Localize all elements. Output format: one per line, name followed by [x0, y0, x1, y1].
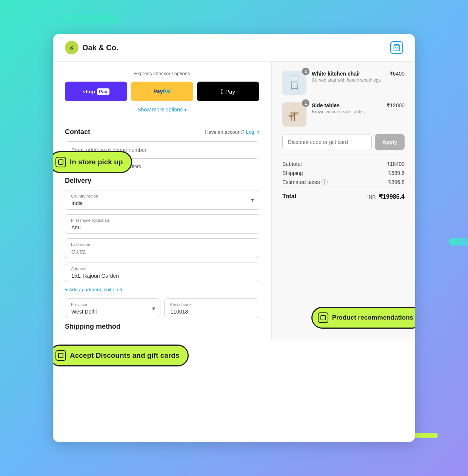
shipping-label: Shipping [282, 170, 303, 176]
svg-rect-2 [321, 315, 325, 320]
accept-discounts-label: Accept Discounts and gift cards [70, 351, 179, 360]
express-checkout-buttons: shop Pay PayPal  Pay [65, 82, 259, 101]
shop-pay-button[interactable]: shop Pay [65, 82, 127, 101]
item-1-name: White kitchen chair [312, 71, 384, 77]
in-store-pickup-label: In store pick up [70, 158, 123, 166]
postal-code-field: Postal code [164, 298, 260, 318]
product-recommendations-badge[interactable]: Product recommendations [311, 307, 415, 329]
total-line: Total INR ₹19986.4 [282, 193, 405, 200]
province-postal-row: Province West Delhi ▾ Postal code [65, 298, 259, 318]
total-value: ₹19986.4 [379, 193, 405, 200]
delivery-title: Delivery [65, 177, 259, 185]
have-account-text: Have an account? Log in [205, 129, 259, 135]
logo-area: & Oak & Co. [65, 41, 119, 54]
province-select[interactable]: West Delhi [65, 298, 160, 318]
accept-discounts-icon [55, 350, 66, 361]
in-store-pickup-badge[interactable]: In store pick up [53, 151, 132, 173]
show-more-options-button[interactable]: Show more options ▾ [65, 107, 259, 113]
apple-pay-button[interactable]:  Pay [197, 82, 259, 101]
province-label: Province [71, 302, 87, 307]
product-rec-label: Product recommendations [332, 314, 413, 321]
teal-decoration-right [449, 238, 468, 246]
discount-row: Apply [282, 134, 405, 150]
country-label: Country/region [71, 194, 98, 198]
page-header: & Oak & Co. [53, 34, 415, 62]
item-2-price: ₹12000 [386, 102, 405, 108]
shipping-line: Shipping ₹689.6 [282, 170, 405, 176]
last-name-input[interactable] [65, 238, 259, 258]
brand-name: Oak & Co. [82, 43, 119, 52]
country-field: Country/region India ▾ [65, 190, 259, 210]
first-name-label: First name (optional) [71, 218, 109, 223]
total-value-group: INR ₹19986.4 [367, 193, 405, 200]
province-field: Province West Delhi ▾ [65, 298, 160, 318]
taxes-info-icon[interactable]: i [322, 179, 328, 185]
address-field: Address [65, 263, 259, 282]
item-2-image [282, 102, 306, 127]
taxes-value: ₹896.8 [388, 179, 405, 185]
first-name-input[interactable] [65, 214, 259, 234]
express-checkout-label: Express checkout options [65, 71, 259, 76]
item-2-image-wrap: 1 [282, 102, 306, 127]
item-2-badge: 1 [302, 99, 309, 107]
svg-rect-0 [58, 160, 63, 164]
logo-icon: & [65, 41, 79, 54]
last-name-field: Last name [65, 238, 259, 258]
product-rec-icon [318, 312, 328, 323]
right-column: 2 White kitchen chair Curved seat with b… [272, 62, 415, 340]
first-name-field: First name (optional) [65, 214, 259, 234]
country-select[interactable]: India [65, 190, 259, 210]
postal-code-label: Postal code [170, 302, 192, 307]
svg-rect-1 [58, 353, 63, 358]
item-1-details: White kitchen chair Curved seat with bee… [312, 71, 384, 83]
svg-rect-4 [290, 76, 299, 81]
item-2-details: Side tables Brown wooden side tables [312, 102, 381, 114]
order-item-1: 2 White kitchen chair Curved seat with b… [282, 71, 405, 95]
item-1-badge: 2 [302, 68, 309, 75]
address-input[interactable] [65, 263, 259, 282]
subtotal-value: ₹18400 [386, 161, 405, 167]
paypal-button[interactable]: PayPal [131, 82, 193, 101]
subtotal-label: Subtotal [282, 161, 302, 167]
add-apartment-link[interactable]: + Add apartment, suite, etc. [65, 287, 259, 292]
taxes-label: Estimated taxes [282, 179, 320, 185]
teal-decoration-top [60, 14, 121, 23]
item-1-image [282, 71, 306, 95]
order-item-2: 1 Side tables Brown wooden side tables ₹… [282, 102, 405, 127]
contact-section-header: Contact Have an account? Log in [65, 128, 259, 136]
address-label: Address [71, 266, 86, 271]
subtotal-line: Subtotal ₹18400 [282, 161, 405, 167]
discount-input[interactable] [282, 134, 372, 150]
left-column: Express checkout options shop Pay PayPal… [53, 62, 272, 340]
in-store-pickup-icon [55, 157, 66, 167]
last-name-label: Last name [71, 242, 90, 247]
item-2-desc: Brown wooden side tables [312, 109, 381, 114]
item-1-image-wrap: 2 [282, 71, 306, 95]
log-in-link[interactable]: Log in [246, 129, 259, 135]
item-1-price: ₹6400 [389, 71, 405, 77]
accept-discounts-badge[interactable]: Accept Discounts and gift cards [53, 345, 189, 366]
cart-button[interactable] [390, 41, 403, 54]
shipping-value: ₹689.6 [388, 170, 405, 176]
contact-title: Contact [65, 128, 90, 136]
total-label: Total [282, 193, 296, 200]
item-2-name: Side tables [312, 102, 381, 108]
postal-code-input[interactable] [164, 298, 260, 318]
item-1-desc: Curved seat with beech wood legs [312, 77, 384, 83]
apply-button[interactable]: Apply [375, 134, 405, 150]
shipping-method-title: Shipping method [65, 323, 259, 331]
total-currency: INR [367, 194, 376, 200]
taxes-label-group: Estimated taxes i [282, 179, 328, 185]
taxes-line: Estimated taxes i ₹896.8 [282, 179, 405, 185]
